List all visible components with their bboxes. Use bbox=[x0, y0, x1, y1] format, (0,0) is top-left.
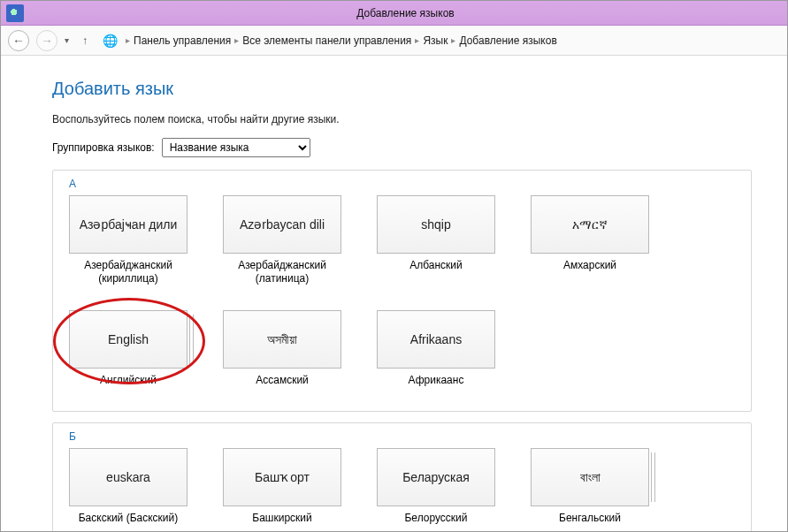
back-button[interactable]: ← bbox=[8, 30, 29, 51]
language-tile[interactable]: Azərbaycan dili bbox=[223, 195, 341, 254]
language-item[interactable]: አማርኛАмхарский bbox=[531, 195, 649, 285]
breadcrumb-item[interactable]: Панель управления bbox=[134, 34, 231, 47]
language-tile[interactable]: shqip bbox=[377, 195, 495, 254]
language-label: Азербайджанский (латиница) bbox=[223, 259, 341, 285]
grouping-select[interactable]: Название языка bbox=[162, 138, 310, 157]
language-item[interactable]: shqipАлбанский bbox=[377, 195, 495, 285]
content-area: Добавить язык Воспользуйтесь полем поиск… bbox=[1, 56, 787, 532]
breadcrumb-item[interactable]: Добавление языков bbox=[459, 34, 556, 47]
window-title: Добавление языков bbox=[24, 7, 787, 19]
language-item[interactable]: Азәрбајҹан дилиАзербайджанский (кириллиц… bbox=[69, 195, 187, 285]
language-item[interactable]: Azərbaycan diliАзербайджанский (латиница… bbox=[223, 195, 341, 285]
language-item[interactable]: অসমীয়াАссамский bbox=[223, 310, 341, 400]
language-item[interactable]: EnglishАнглийский bbox=[69, 310, 187, 400]
breadcrumb: ▸ Панель управления ▸ Все элементы панел… bbox=[126, 34, 557, 47]
up-button[interactable]: ↑ bbox=[76, 32, 94, 49]
language-tile[interactable]: Азәрбајҹан дили bbox=[69, 195, 187, 254]
chevron-right-icon: ▸ bbox=[234, 35, 239, 45]
language-item[interactable]: БеларускаяБелорусский bbox=[377, 448, 495, 532]
chevron-right-icon: ▸ bbox=[126, 35, 130, 45]
language-tile[interactable]: Afrikaans bbox=[377, 310, 495, 369]
language-item[interactable]: বাংলাБенгальский bbox=[531, 448, 649, 532]
page-title: Добавить язык bbox=[52, 79, 752, 99]
group-letter: А bbox=[65, 178, 80, 190]
chevron-right-icon: ▸ bbox=[415, 35, 419, 45]
language-label: Амхарский bbox=[563, 259, 616, 285]
grouping-label: Группировка языков: bbox=[52, 141, 155, 154]
language-label: Белорусский bbox=[404, 512, 467, 532]
page-hint: Воспользуйтесь полем поиска, чтобы найти… bbox=[52, 113, 752, 125]
breadcrumb-item[interactable]: Все элементы панели управления bbox=[242, 34, 411, 47]
language-tile[interactable]: euskara bbox=[69, 448, 187, 506]
language-label: Башкирский bbox=[252, 512, 311, 532]
language-label: Баскский (Баскский) bbox=[79, 512, 179, 532]
language-label: Английский bbox=[100, 374, 157, 400]
language-grid: Азәрбајҹан дилиАзербайджанский (кириллиц… bbox=[69, 195, 735, 400]
language-label: Албанский bbox=[409, 259, 463, 285]
forward-button[interactable]: → bbox=[36, 30, 57, 51]
language-group: БeuskaraБаскский (Баскский)БашҡортБашкир… bbox=[52, 422, 752, 532]
language-tile[interactable]: አማርኛ bbox=[531, 195, 649, 254]
app-icon bbox=[6, 4, 24, 22]
language-item[interactable]: AfrikaansАфрикаанс bbox=[377, 310, 495, 400]
language-group: ААзәрбајҹан дилиАзербайджанский (кирилли… bbox=[52, 170, 752, 412]
language-label: Азербайджанский (кириллица) bbox=[69, 259, 187, 285]
language-tile[interactable]: Башҡорт bbox=[223, 448, 341, 506]
language-tile[interactable]: বাংলা bbox=[531, 448, 649, 506]
nav-bar: ← → ▾ ↑ 🌐 ▸ Панель управления ▸ Все элем… bbox=[1, 26, 787, 56]
language-label: Бенгальский bbox=[559, 512, 621, 532]
grouping-row: Группировка языков: Название языка bbox=[52, 138, 752, 157]
language-grid: euskaraБаскский (Баскский)БашҡортБашкирс… bbox=[69, 448, 735, 532]
breadcrumb-item[interactable]: Язык bbox=[423, 34, 448, 47]
language-label: Африкаанс bbox=[409, 374, 464, 400]
location-icon: 🌐 bbox=[101, 32, 119, 49]
language-label: Ассамский bbox=[256, 374, 309, 400]
language-tile[interactable]: English bbox=[69, 310, 187, 369]
language-tile[interactable]: অসমীয়া bbox=[223, 310, 341, 369]
titlebar: Добавление языков bbox=[1, 1, 787, 26]
history-dropdown-icon[interactable]: ▾ bbox=[65, 35, 69, 45]
language-item[interactable]: euskaraБаскский (Баскский) bbox=[69, 448, 187, 532]
language-tile[interactable]: Беларуская bbox=[377, 448, 495, 506]
language-item[interactable]: БашҡортБашкирский bbox=[223, 448, 341, 532]
chevron-right-icon: ▸ bbox=[451, 35, 455, 45]
group-letter: Б bbox=[65, 430, 80, 443]
